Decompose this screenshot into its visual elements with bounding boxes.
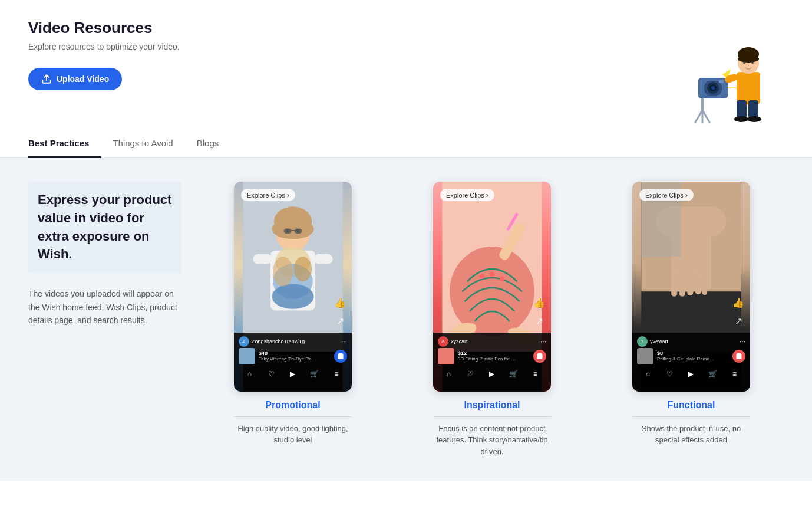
product-row-inspirational: $12 3D Fitting Plastic Pen for molding..… — [438, 348, 546, 364]
product-desc-functional: Prilling & Girl plaid Remove 3115 m... — [657, 356, 716, 362]
action-icons-functional: 👍 ↗ — [732, 297, 744, 327]
nav-bar-inspirational: ⌂ ♡ ▶ 🛒 ≡ — [438, 369, 546, 379]
svg-rect-32 — [295, 229, 302, 234]
header-illustration — [689, 19, 784, 125]
product-info-inspirational: $12 3D Fitting Plastic Pen for molding..… — [458, 350, 530, 362]
svg-point-47 — [490, 271, 494, 276]
svg-rect-31 — [284, 229, 292, 234]
nav-bar-promotional: ⌂ ♡ ▶ 🛒 ≡ — [239, 369, 347, 379]
tab-things-to-avoid[interactable]: Things to Avoid — [101, 130, 184, 158]
tab-best-practices[interactable]: Best Practices — [28, 130, 101, 158]
video-card-functional: Explore Clips 👍 ↗ Y yvewart ··· — [599, 182, 784, 457]
user-row-promotional: Z ZongshanchoTrenv/Tg ··· — [239, 336, 347, 347]
share-icon-functional: ↗ — [735, 316, 742, 327]
product-cart-btn-promotional[interactable] — [334, 350, 347, 363]
product-price-functional: $8 — [657, 350, 729, 356]
svg-line-2 — [695, 110, 702, 122]
product-thumb-functional — [637, 348, 653, 364]
explore-clips-badge-functional[interactable]: Explore Clips — [639, 189, 694, 201]
cart-nav-icon-func: 🛒 — [708, 369, 718, 379]
svg-point-21 — [734, 116, 748, 122]
user-row-inspirational: X xyzcart ··· — [438, 336, 546, 347]
play-nav-icon-insp: ▶ — [487, 369, 497, 379]
page-subtitle: Explore resources to optimize your video… — [28, 42, 689, 51]
tab-blogs[interactable]: Blogs — [185, 130, 231, 158]
home-nav-icon-func: ⌂ — [643, 369, 652, 379]
product-row-functional: $8 Prilling & Girl plaid Remove 3115 m..… — [637, 348, 745, 364]
phone-bottom-bar-promotional: Z ZongshanchoTrenv/Tg ··· $48 Taby Wertr… — [234, 333, 352, 392]
cart-nav-icon: 🛒 — [310, 369, 319, 379]
product-price-inspirational: $12 — [458, 350, 530, 356]
header-left: Video Resources Explore resources to opt… — [28, 19, 689, 90]
user-row-functional: Y yvewart ··· — [637, 336, 745, 347]
like-icon-inspirational: 👍 — [533, 297, 545, 308]
svg-rect-19 — [737, 100, 747, 118]
content-hero-text: Express your product value in video for … — [28, 182, 181, 273]
product-cart-btn-functional[interactable] — [732, 350, 745, 363]
product-desc-promotional: Taby Wertrag Tie-Dye Round Neck... — [259, 356, 318, 362]
heart-nav-icon-insp: ♡ — [466, 369, 475, 379]
action-icons-promotional: 👍 ↗ — [334, 297, 346, 327]
product-desc-inspirational: 3D Fitting Plastic Pen for molding... — [458, 356, 517, 362]
page-container: Video Resources Explore resources to opt… — [0, 0, 812, 481]
video-thumbnail-promotional[interactable]: Explore Clips 👍 ↗ Z ZongshanchoTrenv/Tg … — [234, 182, 352, 392]
card-label-inspirational: Inspirational — [464, 400, 520, 411]
username-functional: yvewart — [650, 339, 668, 344]
svg-point-17 — [751, 61, 754, 64]
svg-point-37 — [272, 284, 313, 309]
more-icon-promotional: ··· — [341, 337, 347, 346]
video-thumbnail-inspirational[interactable]: Explore Clips 👍 ↗ X xyzcart ··· — [433, 182, 551, 392]
product-thumb-inspirational — [438, 348, 454, 364]
upload-video-button[interactable]: Upload Video — [28, 68, 122, 90]
svg-point-9 — [711, 86, 715, 90]
username-inspirational: xyzcart — [451, 339, 468, 344]
svg-point-46 — [500, 277, 504, 281]
svg-rect-40 — [253, 254, 272, 264]
video-card-inspirational: Explore Clips 👍 ↗ X xyzcart ··· — [400, 182, 585, 457]
svg-rect-60 — [695, 272, 701, 294]
content-description: The videos you uploaded will appear on t… — [28, 287, 181, 327]
explore-clips-badge-promotional[interactable]: Explore Clips — [241, 189, 295, 201]
explore-clips-badge-inspirational[interactable]: Explore Clips — [440, 189, 494, 201]
page-title: Video Resources — [28, 19, 689, 37]
svg-point-45 — [480, 274, 484, 279]
user-avatar-inspirational: X — [438, 336, 448, 347]
tabs-list: Best Practices Things to Avoid Blogs — [28, 130, 784, 157]
card-divider-promotional — [234, 416, 352, 417]
heart-nav-icon-func: ♡ — [665, 369, 674, 379]
content-left: Express your product value in video for … — [28, 182, 181, 327]
product-thumb-promotional — [239, 348, 255, 364]
home-nav-icon-insp: ⌂ — [444, 369, 453, 379]
svg-line-3 — [702, 110, 709, 122]
like-icon-functional: 👍 — [732, 297, 744, 308]
svg-rect-58 — [679, 269, 685, 297]
svg-rect-12 — [737, 72, 760, 104]
header-section: Video Resources Explore resources to opt… — [0, 0, 812, 125]
cart-nav-icon-insp: 🛒 — [509, 369, 519, 379]
svg-rect-61 — [702, 278, 707, 295]
card-divider-functional — [632, 416, 750, 417]
action-icons-inspirational: 👍 ↗ — [533, 297, 545, 327]
svg-point-16 — [743, 61, 745, 64]
cards-container: Explore Clips 👍 ↗ Z ZongshanchoTrenv/Tg … — [200, 182, 784, 457]
menu-nav-icon: ≡ — [332, 369, 341, 379]
svg-point-15 — [738, 55, 759, 63]
product-info-promotional: $48 Taby Wertrag Tie-Dye Round Neck... — [259, 350, 331, 362]
phone-bottom-bar-functional: Y yvewart ··· $8 Prilling & Girl plaid R… — [632, 333, 750, 392]
svg-point-28 — [272, 219, 313, 239]
more-icon-inspirational: ··· — [540, 337, 546, 346]
play-nav-icon-func: ▶ — [686, 369, 696, 379]
product-info-functional: $8 Prilling & Girl plaid Remove 3115 m..… — [657, 350, 729, 362]
play-nav-icon: ▶ — [288, 369, 298, 379]
svg-point-22 — [747, 116, 761, 122]
share-icon: ↗ — [336, 316, 344, 327]
card-label-functional: Functional — [668, 400, 715, 411]
upload-icon — [41, 74, 52, 84]
product-cart-btn-inspirational[interactable] — [533, 350, 546, 363]
svg-rect-57 — [671, 271, 677, 296]
video-thumbnail-functional[interactable]: Explore Clips 👍 ↗ Y yvewart ··· — [632, 182, 750, 392]
video-card-promotional: Explore Clips 👍 ↗ Z ZongshanchoTrenv/Tg … — [200, 182, 385, 457]
user-avatar-functional: Y — [637, 336, 648, 347]
home-nav-icon: ⌂ — [245, 369, 254, 379]
card-divider-inspirational — [433, 416, 551, 417]
